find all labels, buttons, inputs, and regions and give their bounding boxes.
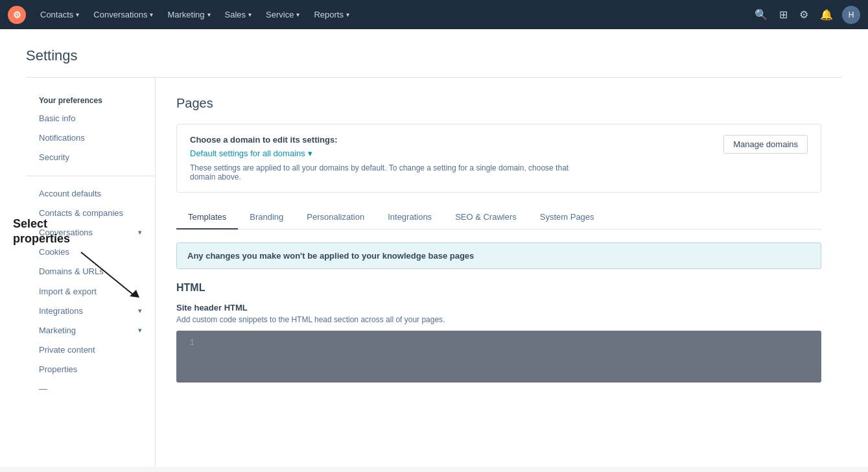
sidebar-item-private-content[interactable]: Private content [26,340,155,360]
tab-integrations[interactable]: Integrations [376,206,443,230]
tab-templates[interactable]: Templates [176,206,238,230]
hubspot-logo[interactable]: ⚙ [8,6,26,24]
chevron-down-icon: ▾ [248,11,252,18]
top-navigation: ⚙ Contacts ▾ Conversations ▾ Marketing ▾… [0,0,868,29]
sidebar-item-integrations[interactable]: Integrations ▾ [26,301,155,321]
settings-layout: Your preferences Basic info Notification… [26,78,842,467]
marketplace-icon[interactable]: ⊞ [777,6,790,23]
chevron-down-icon: ▾ [138,228,142,237]
sidebar-item-properties[interactable]: Properties [26,360,155,379]
manage-domains-button[interactable]: Manage domains [723,135,808,154]
sidebar-section-preferences: Your preferences [26,91,155,109]
settings-title: Settings [26,47,842,64]
sidebar-item-more[interactable]: — [26,379,155,399]
annotation-callout: Select properties [13,217,70,247]
search-icon[interactable]: 🔍 [752,6,770,23]
code-editor[interactable]: 1 [176,331,821,383]
chevron-down-icon: ▾ [138,306,142,316]
tab-personalization[interactable]: Personalization [295,206,376,230]
sidebar-item-notifications[interactable]: Notifications [26,128,155,148]
annotation-text-line2: properties [13,231,70,246]
nav-links: Contacts ▾ Conversations ▾ Marketing ▾ S… [34,6,752,23]
site-header-title: Site header HTML [176,303,821,313]
settings-sidebar: Your preferences Basic info Notification… [26,78,156,467]
sidebar-divider [26,176,155,176]
site-header-description: Add custom code snippets to the HTML hea… [176,315,821,324]
nav-conversations[interactable]: Conversations ▾ [87,6,159,23]
domain-left: Choose a domain to edit its settings: De… [190,135,579,182]
sidebar-item-account-defaults[interactable]: Account defaults [26,184,155,204]
chevron-down-icon: ▾ [150,11,153,18]
notifications-icon[interactable]: 🔔 [817,6,836,23]
line-numbers: 1 [184,338,194,375]
domain-description: These settings are applied to all your d… [190,163,579,182]
svg-text:⚙: ⚙ [13,9,21,19]
page-content-title: Pages [176,96,821,111]
chevron-down-icon: ▾ [346,11,349,18]
sidebar-item-domains-urls[interactable]: Domains & URLs [26,262,155,281]
sidebar-item-basic-info[interactable]: Basic info [26,109,155,128]
chevron-down-icon: ▾ [138,325,142,335]
sidebar-item-import-export[interactable]: Import & export [26,282,155,301]
nav-reports[interactable]: Reports ▾ [307,6,356,23]
chevron-down-icon: ▾ [308,148,312,158]
settings-icon[interactable]: ⚙ [797,6,811,23]
tab-system-pages[interactable]: System Pages [528,206,606,230]
html-section-title: HTML [176,282,821,294]
nav-contacts[interactable]: Contacts ▾ [34,6,86,23]
settings-content: Pages Choose a domain to edit its settin… [156,78,842,467]
page-area: Settings Your preferences Basic info Not… [0,29,868,467]
code-content[interactable] [202,338,814,375]
info-banner: Any changes you make won't be applied to… [176,242,821,269]
html-section: HTML Site header HTML Add custom code sn… [176,282,821,383]
nav-right-icons: 🔍 ⊞ ⚙ 🔔 H [752,6,860,24]
chevron-down-icon: ▾ [207,11,211,18]
nav-service[interactable]: Service ▾ [259,6,306,23]
chevron-down-icon: ▾ [296,11,299,18]
nav-sales[interactable]: Sales ▾ [218,6,259,23]
tab-branding[interactable]: Branding [238,206,295,230]
user-avatar[interactable]: H [842,6,860,24]
domain-link[interactable]: Default settings for all domains ▾ [190,148,579,158]
domain-choose-label: Choose a domain to edit its settings: [190,135,579,145]
tab-seo-crawlers[interactable]: SEO & Crawlers [443,206,528,230]
sidebar-item-marketing[interactable]: Marketing ▾ [26,321,155,340]
annotation-text-line1: Select [13,217,70,231]
sidebar-item-security[interactable]: Security [26,148,155,167]
domain-section: Choose a domain to edit its settings: De… [176,124,821,193]
tabs-bar: Templates Branding Personalization Integ… [176,206,821,230]
chevron-down-icon: ▾ [76,11,79,18]
nav-marketing[interactable]: Marketing ▾ [161,6,217,23]
